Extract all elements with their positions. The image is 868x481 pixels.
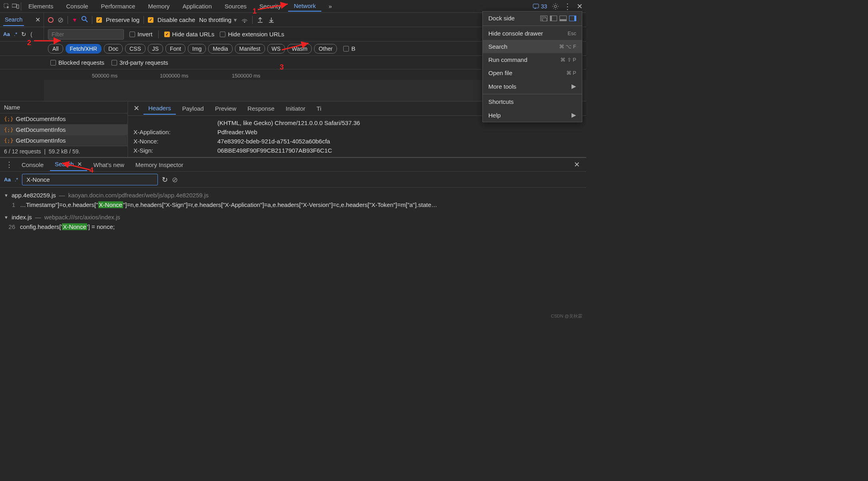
drawer-tab-whatsnew[interactable]: What's new	[89, 159, 129, 171]
preserve-log-checkbox[interactable]: ✓	[96, 17, 102, 23]
tab-performance[interactable]: Performance	[96, 1, 141, 11]
menu-help[interactable]: Help▶	[483, 108, 582, 122]
hide-data-checkbox[interactable]: ✓	[164, 32, 170, 37]
dock-undock-icon[interactable]	[540, 16, 547, 21]
tab-memory[interactable]: Memory	[142, 1, 175, 11]
filter-icon[interactable]: ▼	[72, 17, 78, 23]
upload-icon[interactable]	[257, 16, 264, 24]
dock-bottom-icon[interactable]	[559, 16, 567, 21]
download-icon[interactable]	[268, 16, 275, 24]
pill-js[interactable]: JS	[148, 44, 163, 54]
pill-fetch-xhr[interactable]: Fetch/XHR	[66, 44, 102, 54]
drawer-tab-console[interactable]: Console	[17, 159, 48, 171]
menu-more-tools[interactable]: More tools▶	[483, 80, 582, 93]
invert-checkbox[interactable]	[129, 32, 135, 37]
result-file[interactable]: ▼ index.js — webpack:///src/axios/index.…	[4, 212, 582, 222]
result-line[interactable]: 26 config.headers['X-Nonce'] = nonce;	[4, 222, 582, 234]
pill-wasm[interactable]: Wasm	[287, 44, 312, 54]
drawer-tabbar: ⋮ Console Search ✕ What's new Memory Ins…	[0, 157, 586, 172]
result-line[interactable]: 1 …Timestamp"]=o,e.headers["X-Nonce"]=n,…	[4, 200, 582, 212]
tick: 500000 ms	[92, 73, 117, 79]
regex-icon[interactable]: .*	[14, 31, 18, 37]
regex-icon[interactable]: .*	[15, 177, 18, 183]
pill-ws[interactable]: WS	[267, 44, 285, 54]
request-list-header[interactable]: Name	[0, 101, 127, 113]
tab-headers[interactable]: Headers	[143, 102, 176, 115]
search-icon[interactable]	[82, 16, 88, 24]
pill-other[interactable]: Other	[314, 44, 337, 54]
tab-initiator[interactable]: Initiator	[281, 103, 310, 114]
blocked-req-label: Blocked requests	[58, 59, 104, 66]
pill-img[interactable]: Img	[188, 44, 206, 54]
menu-open-file[interactable]: Open file⌘ P	[483, 66, 582, 80]
file-name: app.4e820259.js	[12, 192, 56, 199]
inspect-icon[interactable]	[3, 3, 10, 10]
third-party-checkbox[interactable]	[111, 60, 117, 66]
clear-icon[interactable]: ⊘	[172, 175, 178, 184]
result-file[interactable]: ▼ app.4e820259.js — kaoyan.docin.com/pdf…	[4, 190, 582, 200]
request-row[interactable]: {;}GetDocumentInfos	[0, 124, 127, 135]
menu-hide-drawer[interactable]: Hide console drawerEsc	[483, 27, 582, 40]
request-list: Name {;}GetDocumentInfos {;}GetDocumentI…	[0, 101, 128, 157]
drawer-tab-memory[interactable]: Memory Inspector	[131, 159, 188, 171]
drawer-kebab-icon[interactable]: ⋮	[3, 160, 15, 169]
sidebar-search-tab[interactable]: Search	[3, 14, 24, 26]
clear-icon[interactable]: ⊘	[58, 16, 64, 24]
tab-security[interactable]: Security	[254, 1, 287, 11]
tab-timing[interactable]: Ti	[312, 103, 326, 114]
match-case-icon[interactable]: Aa	[4, 177, 11, 183]
throttling-select[interactable]: No throttling▾	[199, 16, 237, 24]
close-icon[interactable]: ✕	[77, 161, 82, 167]
menu-dock-side: Dock side	[483, 12, 582, 25]
blocked-response-checkbox[interactable]	[343, 46, 349, 52]
pill-all[interactable]: All	[48, 44, 63, 54]
record-icon[interactable]	[48, 17, 54, 23]
tab-network[interactable]: Network	[288, 1, 321, 12]
json-icon: {;}	[4, 137, 13, 143]
pill-media[interactable]: Media	[208, 44, 232, 54]
tab-elements[interactable]: Elements	[23, 1, 59, 11]
dropdown-menu: Dock side Hide console drawerEsc Search⌘…	[482, 11, 582, 122]
kebab-icon[interactable]: ⋮	[564, 3, 571, 10]
refresh-icon[interactable]: ↻	[21, 31, 26, 38]
tab-application[interactable]: Application	[177, 1, 217, 11]
pill-css[interactable]: CSS	[125, 44, 145, 54]
tab-sources[interactable]: Sources	[219, 1, 252, 11]
drawer-close-icon[interactable]: ✕	[571, 160, 583, 169]
match-case-icon[interactable]: Aa	[3, 31, 10, 37]
menu-shortcuts[interactable]: Shortcuts	[483, 95, 582, 108]
drawer-tab-search[interactable]: Search ✕	[50, 158, 87, 171]
close-detail-icon[interactable]: ✕	[131, 104, 142, 113]
request-row[interactable]: {;}GetDocumentInfos	[0, 113, 127, 124]
tab-response[interactable]: Response	[243, 103, 279, 114]
pill-font[interactable]: Font	[165, 44, 185, 54]
pill-doc[interactable]: Doc	[104, 44, 123, 54]
tab-preview[interactable]: Preview	[210, 103, 241, 114]
messages-count[interactable]: 33	[533, 3, 547, 10]
tab-console[interactable]: Console	[61, 1, 94, 11]
close-devtools-icon[interactable]: ✕	[576, 3, 583, 10]
settings-icon[interactable]	[552, 3, 559, 10]
filter-input[interactable]	[48, 29, 124, 40]
close-icon[interactable]: ✕	[35, 16, 40, 24]
header-key: X-Nonce:	[133, 138, 217, 145]
search-input[interactable]	[22, 174, 158, 185]
clear-icon[interactable]: (	[30, 31, 32, 38]
line-number: 26	[6, 223, 15, 230]
file-path: webpack:///src/axios/index.js	[44, 214, 120, 221]
device-icon[interactable]	[12, 3, 19, 10]
hide-ext-checkbox[interactable]	[220, 32, 225, 37]
tab-more[interactable]: »	[323, 1, 337, 11]
dock-left-icon[interactable]	[550, 16, 557, 21]
menu-run-command[interactable]: Run command⌘ ⇧ P	[483, 53, 582, 66]
menu-search[interactable]: Search⌘ ⌥ F	[483, 40, 582, 53]
disable-cache-checkbox[interactable]: ✓	[148, 17, 153, 23]
dock-right-icon[interactable]	[569, 16, 576, 21]
pill-manifest[interactable]: Manifest	[235, 44, 265, 54]
refresh-icon[interactable]: ↻	[162, 175, 168, 184]
request-row[interactable]: {;}GetDocumentInfos	[0, 135, 127, 146]
tick: 1500000 ms	[232, 73, 261, 79]
blocked-req-checkbox[interactable]	[50, 60, 56, 66]
network-conditions-icon[interactable]	[241, 16, 248, 24]
tab-payload[interactable]: Payload	[177, 103, 209, 114]
